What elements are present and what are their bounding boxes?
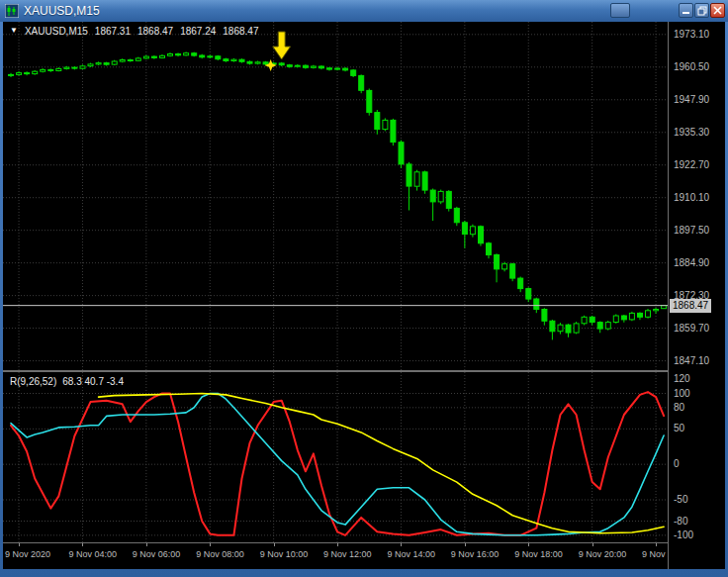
candle (255, 62, 260, 63)
candle (160, 55, 165, 57)
close-button[interactable] (710, 3, 725, 18)
header-low: 1867.24 (180, 26, 216, 37)
window-buttons (679, 3, 725, 18)
scale-label: 1884.90 (674, 257, 709, 268)
candle (479, 227, 484, 243)
window-title: XAUUSD,M15 (24, 4, 100, 18)
candle (534, 299, 539, 310)
candle (64, 67, 69, 68)
ohlc-header: ▼ XAUUSD,M15 1867.31 1868.47 1867.24 186… (10, 26, 258, 37)
window-extra-button[interactable] (610, 3, 630, 18)
candle (566, 325, 571, 333)
scale-label: 1847.10 (674, 355, 709, 366)
time-tick (401, 543, 402, 546)
candle (438, 191, 443, 202)
candle (375, 113, 380, 130)
scale-label: 1897.50 (674, 225, 709, 236)
candle (638, 313, 643, 317)
candle (112, 61, 117, 64)
candle (9, 74, 14, 75)
price-chart[interactable] (3, 22, 668, 370)
candle (263, 62, 268, 64)
time-axis-label: 9 Nov 16:00 (451, 549, 500, 559)
chart-client: 9 Nov 20209 Nov 04:009 Nov 06:009 Nov 08… (3, 22, 725, 569)
candle (629, 313, 634, 320)
titlebar[interactable]: XAUUSD,M15 (0, 0, 728, 22)
candle (462, 223, 467, 235)
time-tick (82, 543, 83, 546)
candle (367, 90, 372, 112)
candle (502, 264, 507, 269)
candle (550, 321, 555, 332)
scale-label: 50 (674, 423, 684, 433)
time-axis-label: 9 Nov 10:00 (260, 549, 309, 559)
restore-button[interactable] (694, 3, 709, 18)
candle (287, 65, 292, 67)
candle (128, 60, 133, 61)
indicator-chart[interactable] (3, 372, 668, 542)
candle (590, 317, 594, 322)
scale-label: -80 (674, 516, 687, 527)
scale-label: 1960.50 (674, 61, 709, 72)
scale-label: 1947.90 (674, 94, 709, 105)
candle (383, 120, 388, 129)
scale-label: 80 (674, 402, 684, 413)
scale-label: -50 (674, 494, 687, 505)
candle (558, 325, 563, 332)
star-annotation[interactable] (265, 59, 277, 71)
candle (319, 66, 324, 68)
candle (613, 316, 618, 323)
candle (231, 59, 236, 60)
time-axis-label: 9 Nov 2020 (5, 549, 50, 559)
collapse-arrow-icon[interactable]: ▼ (10, 26, 18, 37)
down-arrow-annotation[interactable] (273, 32, 291, 59)
candle (414, 172, 419, 186)
time-tick (146, 543, 147, 546)
time-axis[interactable]: 9 Nov 20209 Nov 04:009 Nov 06:009 Nov 08… (3, 543, 668, 569)
candle (654, 310, 659, 311)
candle (351, 70, 356, 76)
candle (33, 71, 38, 73)
candle (80, 66, 85, 68)
candle (208, 56, 213, 57)
candle (192, 53, 197, 55)
candle (48, 69, 53, 70)
header-symbol: XAUUSD,M15 (25, 26, 88, 37)
scale-label: 1910.10 (674, 192, 709, 203)
indicator-line-yellow (99, 394, 665, 533)
candle (335, 68, 340, 69)
candle (574, 324, 579, 333)
time-tick (592, 543, 593, 546)
indicator-name: R(9,26,52) (10, 376, 56, 387)
candle (295, 65, 300, 66)
time-axis-label: 9 Nov 20:00 (579, 549, 627, 559)
candle (526, 289, 531, 300)
candle (104, 63, 109, 65)
restore-icon (697, 6, 707, 16)
candle (88, 64, 93, 66)
header-open: 1867.31 (95, 26, 131, 37)
candle (17, 73, 22, 75)
scale-label: -100 (674, 529, 693, 540)
header-close: 1868.47 (223, 26, 258, 37)
candle (605, 323, 610, 330)
minimize-icon (682, 6, 690, 15)
candle (216, 56, 221, 59)
price-scale[interactable]: 1973.101960.501947.901935.301922.701910.… (668, 22, 725, 569)
candle (646, 311, 651, 318)
scale-label: 100 (674, 388, 690, 399)
header-high: 1868.47 (137, 26, 173, 37)
candle (343, 68, 348, 70)
time-axis-label: 9 Nov 12:00 (323, 549, 372, 559)
candle (41, 69, 46, 71)
candle (495, 255, 500, 269)
scale-label: 0 (674, 458, 680, 469)
candle (120, 60, 125, 62)
candle (487, 243, 492, 255)
time-tick (337, 543, 338, 546)
candle (518, 278, 523, 289)
chart-window: XAUUSD,M15 9 Nov 20209 Nov 04:009 Nov 06… (0, 0, 728, 577)
minimize-button[interactable] (679, 3, 693, 18)
scale-label: 1859.70 (674, 323, 709, 334)
candle (470, 227, 475, 235)
